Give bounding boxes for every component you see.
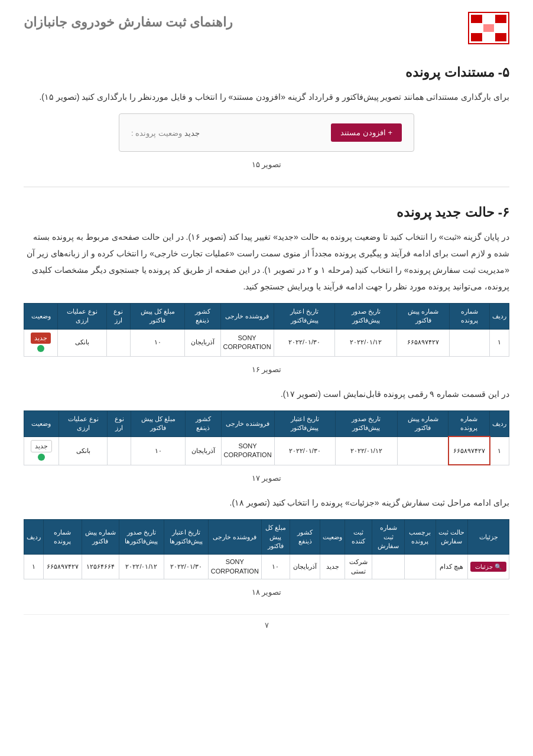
th-expiry-date: تاریخ اعتبار پیش‌فاکتور — [274, 304, 335, 330]
th-seller: فروشنده خارجی — [221, 410, 274, 436]
logo-cell — [471, 24, 482, 32]
logo-cell — [495, 33, 506, 41]
th-tag: برچسب پرونده — [405, 520, 436, 555]
table-17-header-row: ردیف شماره پرونده شماره پیش فاکتور تاریخ… — [24, 410, 509, 436]
section-5: ۵- مستندات پرونده برای بارگذاری مستنداتی… — [24, 65, 509, 169]
td-expiry-date: ۲۰۲۲/۰۱/۳۰ — [164, 555, 208, 579]
logo-cell — [495, 24, 506, 32]
th-row-num: ردیف — [490, 304, 509, 330]
add-document-button[interactable]: + افزودن مستند — [331, 123, 402, 142]
td-order-status: هیچ کدام — [436, 555, 467, 579]
figure-16-caption: تصویر ۱۶ — [24, 365, 509, 374]
th-issue-date: تاریخ صدور پیش‌فاکتور — [335, 304, 397, 330]
td-amount: ۱۰ — [130, 329, 185, 356]
table-row: ۱ ۶۶۵۸۹۷۴۲۷ ۲۰۲۲/۰۱/۱۲ ۲۰۲۲/۰۱/۳۰ SONYCO… — [24, 436, 509, 465]
td-country: آذربایجان — [185, 329, 220, 356]
td-registrar: شرکت تستی — [345, 555, 372, 579]
page-title: راهنمای ثبت سفارش خودروی جانبازان — [24, 15, 233, 30]
table-16-header-row: ردیف شماره پرونده شماره پیش فاکتور تاریخ… — [24, 304, 509, 330]
th-file-no: شماره پرونده — [44, 520, 82, 555]
figure-17-caption: تصویر ۱۷ — [24, 474, 509, 483]
figure-18-caption: تصویر ۱۸ — [24, 588, 509, 597]
table-16-wrapper: ردیف شماره پرونده شماره پیش فاکتور تاریخ… — [24, 303, 509, 357]
th-country: کشور ذینفع — [290, 520, 320, 555]
th-invoice-no: شماره پیش فاکتور — [397, 410, 448, 436]
green-dot-icon — [37, 345, 44, 352]
logo-cell — [483, 24, 495, 32]
th-op-type: نوع عملیات ارزی — [58, 304, 107, 330]
td-op-type: بانکی — [58, 329, 107, 356]
td-file-no-highlighted: ۶۶۵۸۹۷۴۲۷ — [448, 436, 490, 465]
table-18-wrapper: جزئیات حالت ثبت سفارش برچسب پرونده شماره… — [24, 519, 509, 579]
table-row: 🔍 جزئیات هیچ کدام شرکت تستی جدید آذربایج… — [24, 555, 509, 579]
logo-cell — [483, 33, 495, 41]
status-badge: جدید — [31, 440, 52, 452]
td-currency — [106, 329, 130, 356]
td-status: جدید — [24, 329, 58, 356]
td-expiry-date: ۲۰۲۲/۰۱/۳۰ — [274, 329, 335, 356]
table-16: ردیف شماره پرونده شماره پیش فاکتور تاریخ… — [24, 303, 509, 357]
td-country: آذربایجان — [290, 555, 320, 579]
th-country: کشور ذینفع — [186, 410, 221, 436]
td-op-type: بانکی — [58, 436, 108, 465]
search-icon: 🔍 — [495, 563, 502, 570]
logo-cell — [483, 15, 495, 23]
td-file-no: ۶۶۵۸۹۷۴۲۷ — [44, 555, 82, 579]
doc-ui-mockup: + افزودن مستند جدید وضعیت پرونده : — [119, 113, 414, 152]
th-file-no: شماره پرونده — [448, 410, 490, 436]
th-order-status: حالت ثبت سفارش — [436, 520, 467, 555]
doc-status-value: جدید — [184, 129, 200, 138]
section-6: ۶- حالت جدید پرونده در پایان گزینه «ثبت»… — [24, 205, 509, 597]
th-status: وضعیت — [24, 304, 58, 330]
table-18-header-row: جزئیات حالت ثبت سفارش برچسب پرونده شماره… — [24, 520, 509, 555]
td-seller: SONYCORPORATION — [221, 436, 274, 465]
td-issue-date: ۲۰۲۲/۰۱/۱۲ — [119, 555, 164, 579]
doc-status: جدید وضعیت پرونده : — [131, 128, 203, 138]
logo-cell — [495, 15, 506, 23]
page-number: ۷ — [24, 614, 509, 630]
td-status: جدید — [24, 436, 59, 465]
th-op-type: نوع عملیات ارزی — [58, 410, 108, 436]
page-header: راهنمای ثبت سفارش خودروی جانبازان — [24, 12, 509, 47]
th-status: وضعیت — [24, 410, 59, 436]
td-detail[interactable]: 🔍 جزئیات — [468, 555, 509, 579]
td-expiry-date: ۲۰۲۲/۰۱/۳۰ — [274, 436, 336, 465]
section-6-title: ۶- حالت جدید پرونده — [24, 205, 509, 220]
th-expiry-date: تاریخ اعتبار پیش‌فاکتور — [274, 410, 336, 436]
td-file-no — [450, 329, 490, 356]
table-17-wrapper: ردیف شماره پرونده شماره پیش فاکتور تاریخ… — [24, 410, 509, 466]
table-17: ردیف شماره پرونده شماره پیش فاکتور تاریخ… — [24, 410, 509, 466]
td-amount: ۱۰ — [131, 436, 186, 465]
detail-button[interactable]: 🔍 جزئیات — [470, 562, 506, 572]
logo-cell — [471, 33, 482, 41]
section-6-desc2: در این قسمت شماره ۹ رقمی پرونده قابل‌نما… — [24, 386, 509, 402]
th-status: وضعیت — [320, 520, 345, 555]
td-seller: SONYCORPORATION — [220, 329, 274, 356]
td-country: آذربایجان — [186, 436, 221, 465]
logo-cell — [471, 15, 482, 23]
th-issue-date: تاریخ صدور پیش‌فاکتور — [336, 410, 397, 436]
th-invoice-no: شماره پیش فاکتور — [82, 520, 119, 555]
th-country: کشور ذینفع — [185, 304, 220, 330]
green-dot-icon — [38, 454, 45, 461]
td-invoice-no — [397, 436, 448, 465]
th-currency: نوع ارز — [106, 304, 130, 330]
td-row-num: ۱ — [490, 436, 509, 465]
td-issue-date: ۲۰۲۲/۰۱/۱۲ — [336, 436, 397, 465]
th-row-num: ردیف — [490, 410, 509, 436]
th-issue-date: تاریخ صدور پیش‌فاکتورها — [119, 520, 164, 555]
th-seller: فروشنده خارجی — [208, 520, 261, 555]
th-amount: مبلغ کل پیش فاکتور — [130, 304, 185, 330]
th-file-no: شماره پرونده — [450, 304, 490, 330]
table-18: جزئیات حالت ثبت سفارش برچسب پرونده شماره… — [24, 519, 509, 579]
th-amount: مبلغ کل پیش فاکتور — [261, 520, 290, 555]
td-amount: ۱۰ — [261, 555, 290, 579]
th-row-num: ردیف — [24, 520, 44, 555]
th-invoice-no: شماره پیش فاکتور — [397, 304, 450, 330]
th-seller: فروشنده خارجی — [220, 304, 274, 330]
logo-box — [468, 12, 509, 44]
td-invoice-no: ۶۶۵۸۹۷۴۲۷ — [397, 329, 450, 356]
figure-15-caption: تصویر ۱۵ — [24, 160, 509, 169]
table-row: ۱ ۶۶۵۸۹۷۴۲۷ ۲۰۲۲/۰۱/۱۲ ۲۰۲۲/۰۱/۳۰ SONYCO… — [24, 329, 509, 356]
td-invoice-no: ۱۲۵۶۴۶۶۴ — [82, 555, 119, 579]
